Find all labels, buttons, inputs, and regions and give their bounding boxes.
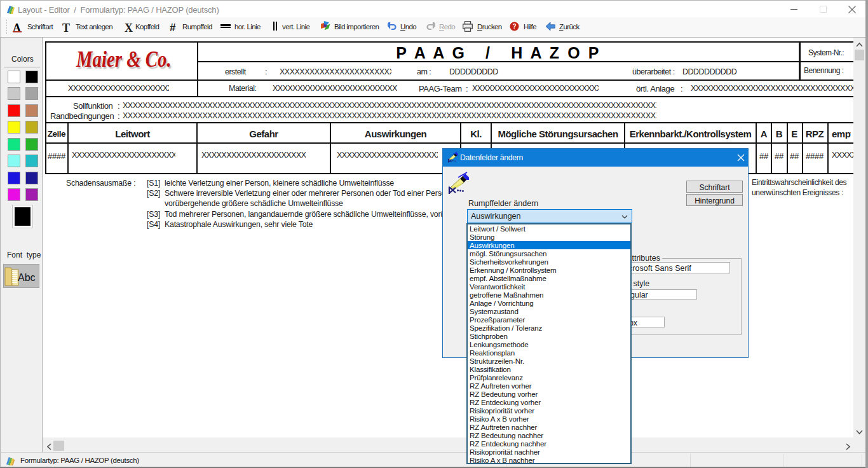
- svg-text:?: ?: [512, 23, 516, 30]
